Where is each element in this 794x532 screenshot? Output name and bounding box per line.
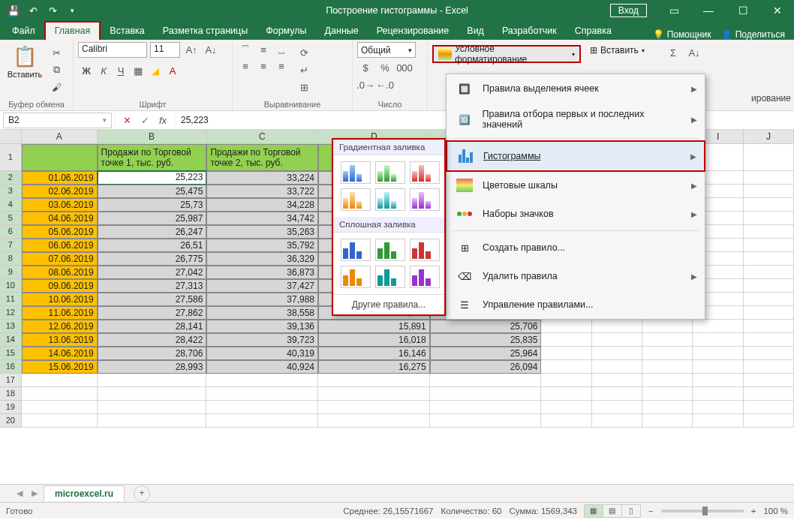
- cell[interactable]: [744, 252, 794, 266]
- borders-icon[interactable]: ▦: [130, 63, 146, 78]
- cell[interactable]: [22, 374, 98, 387]
- row-header[interactable]: 7: [0, 239, 22, 252]
- cell[interactable]: 39,723: [206, 333, 318, 347]
- cell[interactable]: 28,993: [98, 360, 207, 374]
- databar-gradient-green[interactable]: [375, 161, 405, 184]
- databar-solid-purple[interactable]: [410, 266, 440, 288]
- underline-button[interactable]: Ч: [113, 63, 129, 78]
- cell[interactable]: 40,924: [206, 360, 318, 374]
- cell[interactable]: [693, 387, 743, 401]
- align-center-icon[interactable]: ≡: [255, 59, 272, 74]
- cell[interactable]: [206, 414, 318, 428]
- menu-clear-rules[interactable]: ⌫ Удалить правила ▶: [447, 262, 705, 290]
- enter-icon[interactable]: ✓: [137, 113, 153, 128]
- cell[interactable]: [693, 333, 743, 347]
- cell[interactable]: 16,275: [318, 360, 430, 374]
- cell[interactable]: 05.06.2019: [22, 225, 98, 239]
- cell[interactable]: 10.06.2019: [22, 293, 98, 306]
- row-header[interactable]: 10: [0, 279, 22, 293]
- cell[interactable]: 16,146: [318, 347, 430, 360]
- cell[interactable]: 25,223: [98, 171, 207, 185]
- add-sheet-button[interactable]: +: [134, 485, 150, 502]
- cell[interactable]: [744, 360, 794, 374]
- align-left-icon[interactable]: ≡: [237, 59, 254, 74]
- font-size-input[interactable]: 11: [150, 42, 180, 58]
- cell[interactable]: 27,586: [98, 293, 207, 306]
- cell[interactable]: [642, 360, 693, 374]
- tab-page-layout[interactable]: Разметка страницы: [154, 23, 257, 40]
- cell[interactable]: 26,775: [98, 252, 207, 266]
- row-header[interactable]: 15: [0, 347, 22, 360]
- cell[interactable]: [22, 144, 98, 171]
- zoom-level[interactable]: 100 %: [763, 506, 788, 515]
- cell[interactable]: 34,228: [206, 198, 318, 212]
- cell[interactable]: 04.06.2019: [22, 212, 98, 225]
- tab-help[interactable]: Справка: [566, 23, 621, 40]
- cell[interactable]: 36,329: [206, 252, 318, 266]
- cell[interactable]: [430, 374, 542, 387]
- cell[interactable]: [318, 374, 430, 387]
- cell[interactable]: [642, 333, 693, 347]
- cell[interactable]: 06.06.2019: [22, 239, 98, 252]
- italic-button[interactable]: К: [95, 63, 112, 78]
- cell[interactable]: [22, 401, 98, 414]
- cell[interactable]: [430, 414, 542, 428]
- cell[interactable]: [693, 414, 743, 428]
- row-header[interactable]: 14: [0, 333, 22, 347]
- cell[interactable]: 09.06.2019: [22, 279, 98, 293]
- databar-gradient-purple[interactable]: [410, 188, 440, 211]
- menu-new-rule[interactable]: ⊞ Создать правило...: [447, 233, 705, 262]
- row-header[interactable]: 9: [0, 266, 22, 279]
- row-header[interactable]: 1: [0, 144, 22, 171]
- bold-button[interactable]: Ж: [78, 63, 95, 78]
- tell-me[interactable]: 💡 Помощник: [653, 29, 711, 40]
- cell[interactable]: [592, 401, 642, 414]
- databar-solid-red[interactable]: [410, 239, 440, 261]
- cell[interactable]: 02.06.2019: [22, 185, 98, 198]
- cell[interactable]: [592, 333, 642, 347]
- sheet-nav-prev-icon[interactable]: ◀: [14, 488, 26, 498]
- databar-solid-blue[interactable]: [341, 239, 371, 261]
- increase-font-icon[interactable]: A↑: [183, 43, 200, 58]
- cell[interactable]: [592, 414, 642, 428]
- cell[interactable]: 08.06.2019: [22, 266, 98, 279]
- cell[interactable]: 26,247: [98, 225, 207, 239]
- comma-icon[interactable]: 000: [396, 60, 413, 75]
- insert-cells-button[interactable]: ⊞ Вставить ▾: [590, 45, 645, 56]
- cell[interactable]: [592, 360, 642, 374]
- cell[interactable]: [206, 387, 318, 401]
- databar-solid-green[interactable]: [375, 239, 405, 261]
- cell[interactable]: 12.06.2019: [22, 320, 98, 333]
- tab-data[interactable]: Данные: [316, 23, 368, 40]
- cell[interactable]: 13.06.2019: [22, 333, 98, 347]
- align-middle-icon[interactable]: ≡: [255, 42, 272, 57]
- cell[interactable]: Продажи по Торговой точке 2, тыс. руб.: [206, 144, 318, 171]
- row-header[interactable]: 16: [0, 360, 22, 374]
- view-page-layout-icon[interactable]: ▤: [603, 504, 622, 518]
- menu-icon-sets[interactable]: Наборы значков ▶: [447, 200, 705, 228]
- align-top-icon[interactable]: ⎴: [237, 42, 254, 57]
- cell[interactable]: [642, 387, 693, 401]
- cell[interactable]: 35,263: [206, 225, 318, 239]
- cell[interactable]: 40,319: [206, 347, 318, 360]
- sort-filter-icon[interactable]: A↓: [686, 45, 702, 60]
- sheet-nav-next-icon[interactable]: ▶: [29, 488, 41, 498]
- cell[interactable]: 26,094: [430, 360, 542, 374]
- conditional-formatting-button[interactable]: Условное форматирование ▾: [432, 45, 581, 63]
- more-rules-item[interactable]: Другие правила...: [333, 294, 444, 314]
- cell[interactable]: [744, 239, 794, 252]
- databar-solid-orange[interactable]: [341, 266, 371, 288]
- cell[interactable]: [98, 401, 207, 414]
- cell[interactable]: [744, 306, 794, 320]
- tab-home[interactable]: Главная: [44, 21, 101, 40]
- view-normal-icon[interactable]: ▦: [584, 504, 603, 518]
- cell[interactable]: 15.06.2019: [22, 360, 98, 374]
- row-header[interactable]: 20: [0, 414, 22, 428]
- cell[interactable]: 14.06.2019: [22, 347, 98, 360]
- row-header[interactable]: 4: [0, 198, 22, 212]
- cell[interactable]: [744, 320, 794, 333]
- cell[interactable]: 39,136: [206, 320, 318, 333]
- cell[interactable]: 25,964: [430, 347, 542, 360]
- cell[interactable]: 03.06.2019: [22, 198, 98, 212]
- cell[interactable]: [541, 414, 591, 428]
